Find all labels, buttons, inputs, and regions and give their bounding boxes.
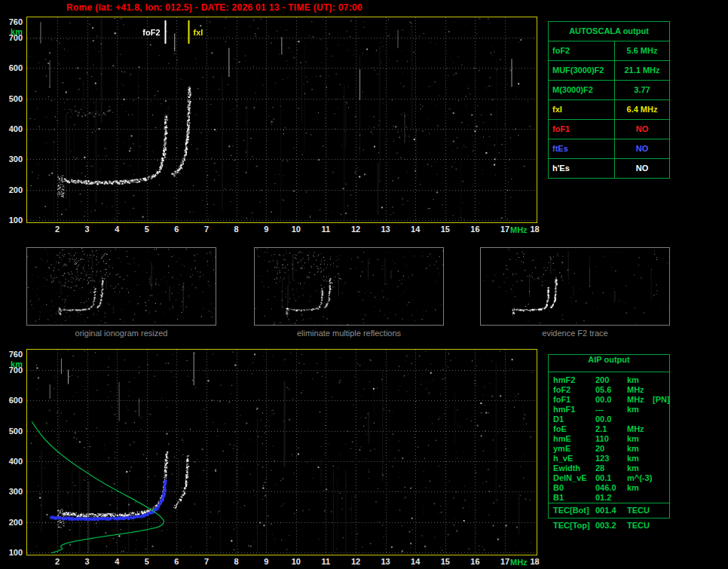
y-axis-tick: 400 <box>2 124 23 133</box>
thumbnail-canvas-no-multiples <box>255 248 443 325</box>
x-axis-unit: MHz <box>510 558 528 567</box>
aip-label: foF2 <box>549 385 595 394</box>
y-axis-tick: 760 <box>2 350 23 359</box>
aip-value: 01.2 <box>595 493 627 502</box>
x-axis-tick: 5 <box>139 557 155 566</box>
x-axis-tick: 16 <box>466 557 483 566</box>
aip-label: DelN_vE <box>549 473 595 482</box>
aip-unit: km <box>627 405 653 414</box>
aip-value: --- <box>595 405 627 414</box>
autoscala-param-label: MUF(3000)F2 <box>549 61 615 80</box>
ionogram-canvas-autoscaled <box>27 17 535 221</box>
aip-value: 28 <box>595 463 627 473</box>
x-axis-tick: 8 <box>228 225 245 234</box>
aip-row-tec-top: TEC[Top]003.2TECU <box>549 521 669 531</box>
x-axis-tick: 11 <box>317 557 334 566</box>
aip-unit: km <box>627 483 653 492</box>
x-axis-tick: 4 <box>109 557 125 566</box>
thumbnail-caption-no-multiples: eliminate multiple reflections <box>254 329 444 338</box>
aip-unit: TECU <box>627 506 653 515</box>
thumbnail-original-ionogram <box>26 247 216 326</box>
autoscala-row-ftes: ftEs NO <box>549 139 669 158</box>
thumbnail-canvas-original <box>27 248 216 325</box>
ionogram-plot-restored <box>26 349 537 555</box>
autoscala-param-label: M(3000)F2 <box>549 81 615 99</box>
x-axis-tick: 5 <box>139 225 155 234</box>
x-axis-tick: 6 <box>168 225 185 234</box>
x-axis-tick: 15 <box>437 225 454 234</box>
thumbnail-caption-original: original ionogram resized <box>26 329 216 338</box>
thumbnail-f2-trace <box>480 247 670 326</box>
x-axis-tick: 14 <box>407 225 424 234</box>
aip-value: 123 <box>595 454 627 463</box>
thumbnail-no-multiples <box>254 247 444 326</box>
station-date-title: Rome (lat: +41.8, lon: 012.5) - DATE: 20… <box>66 2 362 13</box>
y-axis-tick: 100 <box>2 548 23 557</box>
autoscala-param-value: 3.77 <box>615 81 669 99</box>
x-axis-unit: MHz <box>510 225 528 234</box>
y-axis-tick: 100 <box>2 216 23 225</box>
aip-unit: km <box>627 454 653 463</box>
aip-row-hmf2: hmF2200km <box>549 375 669 385</box>
x-axis-tick: 9 <box>258 225 274 234</box>
aip-row-hve: h_vE123km <box>549 454 669 463</box>
x-axis-tick: 4 <box>109 225 125 234</box>
y-axis-unit: km <box>2 27 23 36</box>
aip-value: 20 <box>595 444 627 453</box>
y-axis-tick: 200 <box>2 185 23 194</box>
x-axis-tick: 3 <box>79 225 96 234</box>
aip-value: 00.1 <box>595 473 627 482</box>
aip-label: TEC[Top] <box>549 521 595 530</box>
aip-unit: km <box>627 444 653 453</box>
y-axis-tick: 300 <box>2 487 23 496</box>
autoscala-param-value: 21.1 MHz <box>615 61 669 80</box>
autoscala-row-m3000f2: M(3000)F2 3.77 <box>549 80 669 99</box>
x-axis-tick: 16 <box>466 225 483 234</box>
x-axis-tick: 3 <box>79 557 96 566</box>
autoscala-param-value: 6.4 MHz <box>615 100 669 119</box>
x-axis-tick: 7 <box>198 557 215 566</box>
aip-value: 2.1 <box>595 424 627 433</box>
x-axis-tick: 13 <box>378 225 394 234</box>
x-axis-tick: 10 <box>288 557 304 566</box>
aip-row-foe: foE2.1MHz <box>549 424 669 434</box>
aip-row-delnve: DelN_vE00.1m^(-3) <box>549 473 669 483</box>
autoscala-param-label: foF2 <box>549 41 615 60</box>
autoscala-screen: Rome (lat: +41.8, lon: 012.5) - DATE: 20… <box>0 0 728 569</box>
aip-label: B0 <box>549 483 595 492</box>
autoscala-row-fof2: foF2 5.6 MHz <box>549 41 669 60</box>
aip-value: 001.4 <box>595 506 627 515</box>
aip-rows: hmF2200km foF205.6MHz foF100.0MHz[PN] hm… <box>549 375 669 503</box>
aip-value: 110 <box>595 434 627 443</box>
aip-row-fof1: foF100.0MHz[PN] <box>549 395 669 405</box>
x-axis-tick: 10 <box>288 225 304 234</box>
autoscala-row-muf3000f2: MUF(3000)F2 21.1 MHz <box>549 60 669 80</box>
aip-unit: km <box>627 434 653 443</box>
aip-row-b0: B0046.0km <box>549 483 669 493</box>
aip-table-title: AIP output <box>549 355 669 372</box>
aip-row-yme: ymE20km <box>549 444 669 454</box>
aip-tec-separator <box>549 503 669 503</box>
x-axis-tick: 7 <box>198 225 215 234</box>
ionogram-canvas-restored <box>27 350 535 553</box>
aip-note: [PN] <box>653 395 670 404</box>
aip-row-fof2: foF205.6MHz <box>549 385 669 395</box>
autoscala-param-value: NO <box>615 159 669 178</box>
x-axis-tick: 2 <box>49 225 66 234</box>
autoscala-param-value: NO <box>615 139 669 158</box>
x-axis-tick: 18 <box>527 557 543 566</box>
y-axis-tick: 400 <box>2 457 23 466</box>
aip-label: hmF1 <box>549 405 595 414</box>
aip-label: Ewidth <box>549 463 595 473</box>
y-axis-tick: 500 <box>2 94 23 103</box>
y-axis-tick: 600 <box>2 396 23 405</box>
aip-value: 003.2 <box>595 521 627 530</box>
y-axis-tick: 500 <box>2 427 23 436</box>
autoscala-param-label: foF1 <box>549 120 615 139</box>
aip-label: D1 <box>549 415 595 424</box>
aip-value: 05.6 <box>595 385 627 394</box>
autoscala-param-label: fxI <box>549 100 615 119</box>
autoscala-output-table: AUTOSCALA output foF2 5.6 MHz MUF(3000)F… <box>548 21 670 179</box>
aip-value: 00.0 <box>595 395 627 404</box>
autoscala-param-label: ftEs <box>549 139 615 158</box>
